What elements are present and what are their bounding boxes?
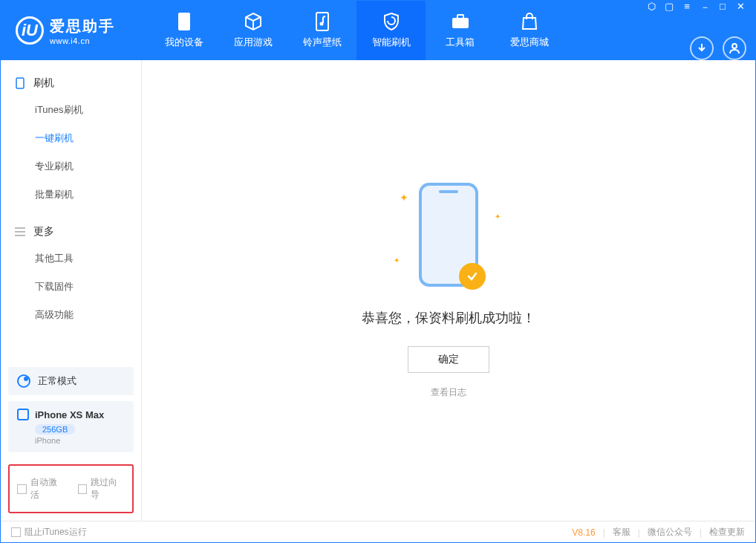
mode-card[interactable]: 正常模式 <box>8 367 134 395</box>
device-small-icon <box>14 77 26 89</box>
success-graphic: ✦ ✦ ✦ <box>419 183 478 287</box>
sidebar-item-pro[interactable]: 专业刷机 <box>1 152 141 181</box>
version-label: V8.16 <box>572 527 595 538</box>
sparkle-icon: ✦ <box>400 192 408 204</box>
window-controls: ⬡ ▢ ≡ － □ ✕ <box>645 1 746 14</box>
footer-link-update[interactable]: 检查更新 <box>709 526 745 539</box>
device-card[interactable]: iPhone XS Max 256GB iPhone <box>8 401 134 452</box>
shirt-icon[interactable]: ⬡ <box>645 1 657 14</box>
check-badge-icon <box>459 263 486 290</box>
header-right: ⬡ ▢ ≡ － □ ✕ <box>645 1 755 60</box>
svg-point-5 <box>732 44 737 48</box>
cube-icon <box>244 12 263 31</box>
app-subtitle: www.i4.cn <box>50 36 115 45</box>
options-highlight: 自动激活 跳过向导 <box>8 464 134 513</box>
sidebar-item-batch[interactable]: 批量刷机 <box>1 181 141 209</box>
footer-link-wechat[interactable]: 微信公众号 <box>648 526 692 539</box>
device-name: iPhone XS Max <box>35 409 104 420</box>
svg-rect-6 <box>16 78 24 88</box>
tab-flash[interactable]: 智能刷机 <box>356 1 426 60</box>
nav-tabs: 我的设备 应用游戏 铃声壁纸 智能刷机 工具箱 爱思商城 <box>149 1 564 60</box>
mode-icon <box>17 374 30 388</box>
sidebar: 刷机 iTunes刷机 一键刷机 专业刷机 批量刷机 更多 其他工具 下载固件 … <box>1 60 142 521</box>
maximize-icon[interactable]: □ <box>717 1 729 14</box>
feedback-icon[interactable]: ▢ <box>663 1 675 14</box>
view-log-link[interactable]: 查看日志 <box>431 386 466 399</box>
svg-point-2 <box>319 22 323 26</box>
logo-icon: iU <box>16 16 44 45</box>
phone-icon <box>175 12 194 31</box>
sparkle-icon: ✦ <box>394 256 400 264</box>
main-content: ✦ ✦ ✦ 恭喜您，保资料刷机成功啦！ 确定 查看日志 <box>142 60 755 521</box>
success-message: 恭喜您，保资料刷机成功啦！ <box>362 309 535 327</box>
tab-apps[interactable]: 应用游戏 <box>218 1 287 60</box>
shield-icon <box>382 12 401 31</box>
tab-toolbox[interactable]: 工具箱 <box>426 1 495 60</box>
sidebar-item-firmware[interactable]: 下载固件 <box>1 273 141 301</box>
user-button[interactable] <box>723 36 746 60</box>
device-icon <box>17 409 29 420</box>
footer: 阻止iTunes运行 V8.16 | 客服 | 微信公众号 | 检查更新 <box>1 521 755 543</box>
footer-link-service[interactable]: 客服 <box>613 526 630 539</box>
sidebar-item-advanced[interactable]: 高级功能 <box>1 301 141 329</box>
ok-button[interactable]: 确定 <box>408 346 489 373</box>
app-title: 爱思助手 <box>50 16 115 36</box>
logo: iU 爱思助手 www.i4.cn <box>1 16 149 45</box>
music-icon <box>313 12 332 31</box>
list-icon <box>14 226 26 238</box>
sidebar-section-flash: 刷机 <box>1 71 141 96</box>
menu-icon[interactable]: ≡ <box>681 1 693 14</box>
tab-ringtone[interactable]: 铃声壁纸 <box>287 1 356 60</box>
device-type: iPhone <box>35 436 125 445</box>
checkbox-auto-activate[interactable]: 自动激活 <box>17 476 65 501</box>
toolbox-icon <box>451 12 470 31</box>
bag-icon <box>520 12 539 31</box>
tab-store[interactable]: 爱思商城 <box>495 1 564 60</box>
device-capacity: 256GB <box>35 424 75 435</box>
svg-rect-0 <box>178 13 190 30</box>
sidebar-item-onekey[interactable]: 一键刷机 <box>1 124 141 152</box>
sparkle-icon: ✦ <box>495 212 501 221</box>
app-header: iU 爱思助手 www.i4.cn 我的设备 应用游戏 铃声壁纸 智能刷机 工具… <box>1 1 755 60</box>
download-button[interactable] <box>690 36 714 60</box>
svg-rect-3 <box>452 18 469 28</box>
checkbox-block-itunes[interactable]: 阻止iTunes运行 <box>11 526 87 539</box>
mode-label: 正常模式 <box>38 374 76 388</box>
tab-mydevice[interactable]: 我的设备 <box>149 1 218 60</box>
sidebar-item-other[interactable]: 其他工具 <box>1 244 141 273</box>
sidebar-item-itunes[interactable]: iTunes刷机 <box>1 96 141 124</box>
close-icon[interactable]: ✕ <box>734 1 746 14</box>
checkbox-skip-guide[interactable]: 跳过向导 <box>78 476 126 501</box>
sidebar-section-more: 更多 <box>1 219 141 244</box>
phone-illustration <box>419 183 478 287</box>
svg-rect-4 <box>457 15 463 19</box>
minimize-icon[interactable]: － <box>699 1 711 14</box>
